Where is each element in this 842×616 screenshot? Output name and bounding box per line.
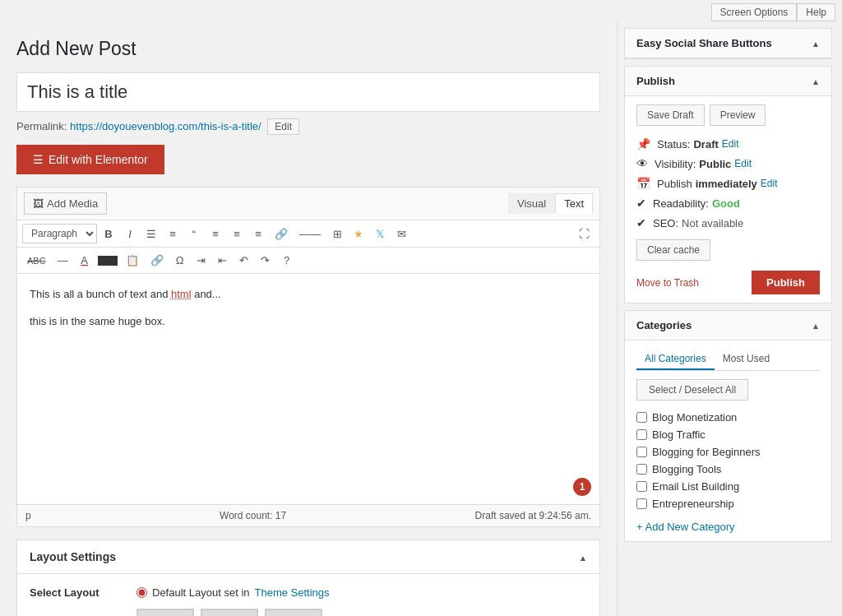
toolbar-read-more[interactable]: —— <box>294 225 326 243</box>
category-checkbox-entrepreneurship[interactable] <box>636 498 647 509</box>
seo-label: SEO: <box>653 217 678 229</box>
post-title-input[interactable] <box>16 72 600 112</box>
toolbar-italic[interactable]: I <box>120 225 140 243</box>
toolbar-link[interactable]: 🔗 <box>270 225 293 243</box>
tab-text[interactable]: Text <box>555 193 593 214</box>
seo-value: Not available <box>682 217 743 229</box>
category-checkbox-blog-traffic[interactable] <box>636 429 647 440</box>
toolbar-undo[interactable]: ↶ <box>234 251 254 270</box>
select-layout-label: Select Layout <box>30 586 120 599</box>
elementor-icon: ☰ <box>33 153 44 166</box>
category-label: Entrepreneurship <box>652 498 734 510</box>
editor-line1-suffix: and... <box>192 288 221 300</box>
toolbar-twitter[interactable]: 𝕏 <box>370 225 390 243</box>
layout-settings-header[interactable]: Layout Settings <box>17 540 599 574</box>
status-value: Draft <box>693 138 718 151</box>
toolbar-align-center[interactable]: ≡ <box>227 225 247 243</box>
toolbar-email[interactable]: ✉ <box>391 225 411 243</box>
category-checkbox-blogging-beginners[interactable] <box>636 447 647 457</box>
toolbar-redo[interactable]: ↷ <box>256 251 275 270</box>
editor-content[interactable]: This is all a bunch of text and html and… <box>17 274 599 504</box>
toolbar-blockquote[interactable]: “ <box>184 225 204 243</box>
word-count-value: 17 <box>275 510 286 521</box>
toolbar-star[interactable]: ★ <box>349 225 368 243</box>
category-label: Email List Building <box>652 480 739 493</box>
category-label: Blog Traffic <box>652 428 706 441</box>
layout-option-default[interactable]: Default Layout set in Theme Settings <box>136 586 330 599</box>
layout-radio-default[interactable] <box>136 587 147 598</box>
save-draft-button[interactable]: Save Draft <box>636 104 705 126</box>
toolbar-align-right[interactable]: ≡ <box>248 225 268 243</box>
publish-button[interactable]: Publish <box>752 271 820 294</box>
paragraph-select[interactable]: Paragraph <box>22 224 97 243</box>
toolbar-paste-word[interactable]: 🔗 <box>146 251 169 270</box>
toolbar-expand[interactable]: ⛶ <box>574 225 594 243</box>
easy-social-header[interactable]: Easy Social Share Buttons <box>625 29 831 58</box>
clear-cache-button[interactable]: Clear cache <box>636 239 710 261</box>
permalink-edit-button[interactable]: Edit <box>267 118 299 135</box>
category-checkbox-email-list[interactable] <box>636 481 647 492</box>
readability-row: ✔ Readability: Good <box>636 193 820 213</box>
publish-header[interactable]: Publish <box>625 67 831 96</box>
toolbar-hr[interactable]: — <box>53 251 73 270</box>
elementor-btn-label: Edit with Elementor <box>49 153 148 166</box>
publish-bottom: Move to Trash Publish <box>636 271 820 294</box>
category-checkbox-blogging-tools[interactable] <box>636 464 647 475</box>
toolbar-special-char[interactable]: Ω <box>170 251 190 270</box>
categories-section: Categories All Categories Most Used Sele… <box>624 310 832 542</box>
add-media-button[interactable]: 🖼 Add Media <box>24 192 107 215</box>
publish-time-label: Publish <box>657 178 692 190</box>
editor-html-text: html <box>171 288 192 300</box>
editor-line1: This is all a bunch of text and html and… <box>30 286 587 303</box>
layout-thumb-2[interactable] <box>201 609 258 616</box>
toolbar-table[interactable]: ⊞ <box>327 225 347 243</box>
permalink-bar: Permalink: https://doyouevenblog.com/thi… <box>16 118 600 135</box>
tab-all-categories[interactable]: All Categories <box>636 349 715 370</box>
toolbar-help[interactable]: ? <box>277 251 297 270</box>
publish-title: Publish <box>636 75 675 87</box>
list-item: Blog Traffic <box>636 426 820 443</box>
layout-settings-body: Select Layout Default Layout set in Them… <box>17 574 599 616</box>
move-to-trash-link[interactable]: Move to Trash <box>636 277 699 289</box>
screen-options-button[interactable]: Screen Options <box>711 3 798 21</box>
help-button[interactable]: Help <box>797 3 835 21</box>
publish-chevron <box>812 75 820 87</box>
status-edit-link[interactable]: Edit <box>722 138 739 150</box>
edit-with-elementor-button[interactable]: ☰ Edit with Elementor <box>16 145 164 174</box>
toolbar-outdent[interactable]: ⇤ <box>213 251 233 270</box>
toolbar-ol[interactable]: ≡ <box>163 225 183 243</box>
categories-header[interactable]: Categories <box>625 311 831 340</box>
list-item: Entrepreneurship <box>636 495 820 512</box>
toolbar-color-picker[interactable] <box>98 256 118 266</box>
layout-thumb-3[interactable] <box>265 609 322 616</box>
layout-theme-settings-link[interactable]: Theme Settings <box>255 586 330 599</box>
toolbar-paste-text[interactable]: 📋 <box>121 251 144 270</box>
layout-thumb-1[interactable] <box>136 609 194 616</box>
preview-button[interactable]: Preview <box>710 104 766 126</box>
add-new-category-link[interactable]: + Add New Category <box>636 521 820 533</box>
layout-thumbnails <box>136 609 587 616</box>
layout-settings-title: Layout Settings <box>30 550 116 563</box>
toolbar-indent[interactable]: ⇥ <box>192 251 211 270</box>
editor-line2: this is in the same huge box. <box>30 313 587 331</box>
publish-body: Save Draft Preview 📌 Status: Draft Edit … <box>625 96 831 303</box>
toolbar-strikethrough[interactable]: ABC <box>22 252 51 269</box>
permalink-label: Permalink: <box>16 120 67 132</box>
publish-time-edit-link[interactable]: Edit <box>761 178 778 189</box>
tab-visual[interactable]: Visual <box>508 193 555 214</box>
tab-most-used[interactable]: Most Used <box>715 349 778 370</box>
toolbar-align-left[interactable]: ≡ <box>206 225 225 243</box>
category-checkbox-blog-monetization[interactable] <box>636 412 647 423</box>
toolbar-text-color[interactable]: A <box>75 251 95 270</box>
permalink-url[interactable]: https://doyouevenblog.com/this-is-a-titl… <box>70 120 261 132</box>
visibility-edit-link[interactable]: Edit <box>734 158 752 169</box>
status-label: Status: <box>657 138 690 151</box>
select-deselect-all-button[interactable]: Select / Deselect All <box>636 379 748 401</box>
easy-social-section: Easy Social Share Buttons <box>624 28 832 59</box>
toolbar-bold[interactable]: B <box>99 225 118 243</box>
add-media-icon: 🖼 <box>33 197 44 210</box>
editor-wrapper: 🖼 Add Media Visual Text Paragraph B I ☰ … <box>16 187 600 527</box>
layout-settings-panel: Layout Settings Select Layout Default La… <box>16 540 600 616</box>
categories-title: Categories <box>636 319 692 331</box>
toolbar-ul[interactable]: ☰ <box>141 225 161 243</box>
